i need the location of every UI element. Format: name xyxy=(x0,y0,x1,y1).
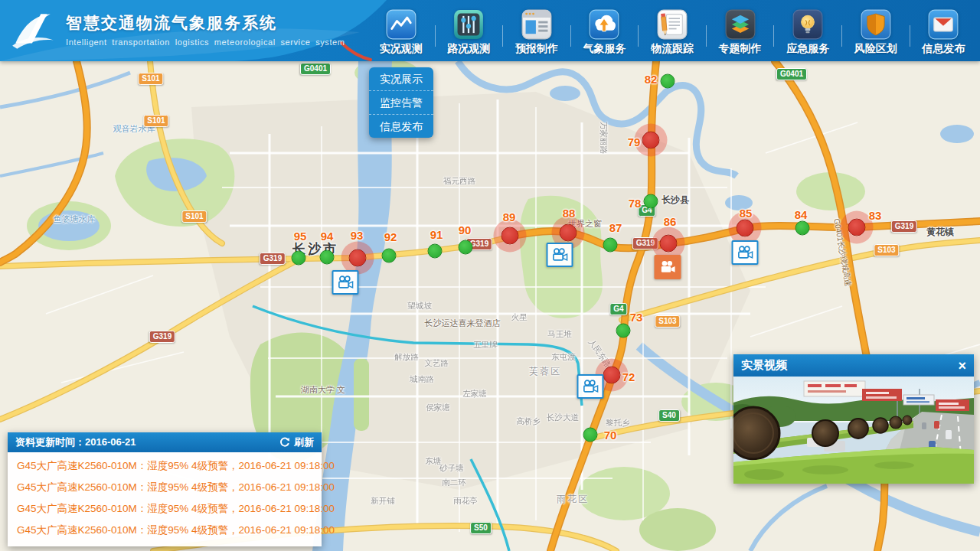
app: 长沙市长沙县黄花镇观音岩水库鱼婆塘水库湖南大学 文长沙运达喜来登酒店世界之窗芙蓉… xyxy=(0,0,980,551)
nav-item-label: 风险区划 xyxy=(854,42,897,56)
map-label: 五里牌 xyxy=(473,340,498,350)
alert-list: G45大广高速K2560-010M：湿度95% 4级预警，2016-06-21 … xyxy=(8,452,322,546)
shield-icon xyxy=(861,9,891,40)
map-label: 文艺路 xyxy=(424,358,449,369)
alert-panel-title: 资料更新时间：2016-06-21 xyxy=(15,435,136,449)
map-label: 雨花区 xyxy=(557,493,589,506)
map-label: 雨花亭 xyxy=(453,496,478,507)
station-marker-93[interactable] xyxy=(349,249,367,267)
brand-logo-icon xyxy=(9,8,57,51)
station-number-73: 73 xyxy=(630,311,643,324)
highway-photo xyxy=(733,377,974,484)
dropdown-item-1[interactable]: 实况展示 xyxy=(369,67,433,90)
station-number-95: 95 xyxy=(294,230,307,243)
station-number-93: 93 xyxy=(351,229,364,242)
nav-item-1[interactable]: 实况观测 xyxy=(368,5,435,56)
nav-item-3[interactable]: 预报制作 xyxy=(503,5,570,56)
camera-icon-4[interactable] xyxy=(732,240,759,265)
road-badge-s101: S101 xyxy=(138,73,163,85)
station-marker-70[interactable] xyxy=(583,428,598,442)
map-label: 长沙县 xyxy=(662,194,689,207)
station-marker-90[interactable] xyxy=(459,240,473,255)
station-number-82: 82 xyxy=(645,73,658,86)
station-marker-86[interactable] xyxy=(660,235,678,253)
layers-icon xyxy=(725,9,756,40)
map-label: 左家塘 xyxy=(462,389,487,399)
station-marker-84[interactable] xyxy=(795,221,810,236)
station-number-70: 70 xyxy=(604,429,617,442)
nav-item-label: 气象服务 xyxy=(583,42,626,56)
alert-row-1[interactable]: G45大广高速K2560-010M：湿度95% 4级预警，2016-06-21 … xyxy=(8,455,322,477)
camera-icon-3[interactable] xyxy=(655,255,681,279)
station-marker-94[interactable] xyxy=(320,250,335,265)
station-marker-95[interactable] xyxy=(292,251,306,266)
map-label: 长沙运达喜来登酒店 xyxy=(425,318,501,329)
station-marker-85[interactable] xyxy=(737,220,754,237)
station-number-90: 90 xyxy=(459,223,472,236)
close-icon[interactable]: × xyxy=(958,359,966,373)
map-label: 黄花镇 xyxy=(926,226,954,239)
station-number-87: 87 xyxy=(609,221,622,234)
road-badge-g319: G319 xyxy=(149,331,175,343)
station-marker-87[interactable] xyxy=(603,238,618,253)
map-label: 砂子塘 xyxy=(439,463,464,474)
dropdown-item-2[interactable]: 监控告警 xyxy=(369,90,433,114)
cloud-upload-icon xyxy=(589,9,619,40)
road-badge-s103: S103 xyxy=(655,315,680,328)
nav-item-label: 应急服务 xyxy=(786,42,829,56)
station-number-91: 91 xyxy=(430,228,443,241)
station-marker-72[interactable] xyxy=(603,367,621,384)
station-number-94: 94 xyxy=(321,230,334,243)
alert-row-4[interactable]: G45大广高速K2560-010M：湿度95% 4级预警，2016-06-21 … xyxy=(8,520,322,541)
notepad-pencil-icon xyxy=(657,9,688,40)
station-marker-79[interactable] xyxy=(642,132,660,149)
dropdown-item-3[interactable]: 信息发布 xyxy=(369,114,433,138)
nav-item-4[interactable]: 气象服务 xyxy=(571,5,639,56)
station-marker-88[interactable] xyxy=(560,224,577,242)
alert-row-3[interactable]: G45大广高速K2560-010M：湿度95% 4级预警，2016-06-21 … xyxy=(8,498,322,520)
nav-item-label: 专题制作 xyxy=(719,42,762,56)
road-badge-s103: S103 xyxy=(874,244,899,256)
video-panel: 实景视频 × xyxy=(733,354,974,484)
station-marker-91[interactable] xyxy=(428,244,443,259)
nav-item-label: 信息发布 xyxy=(922,42,965,56)
nav-item-label: 预报制作 xyxy=(515,42,558,56)
refresh-button[interactable]: 刷新 xyxy=(279,435,314,449)
camera-icon-1[interactable] xyxy=(332,270,359,295)
station-number-86: 86 xyxy=(664,215,677,228)
sliders-icon xyxy=(453,9,484,40)
main-nav: 实况观测路况观测预报制作气象服务物流跟踪专题制作应急服务风险区划信息发布 xyxy=(368,0,977,61)
road-badge-g319: G319 xyxy=(632,237,658,249)
map-label: 高桥乡 xyxy=(516,416,541,427)
nav-item-5[interactable]: 物流跟踪 xyxy=(639,5,706,56)
nav-item-label: 实况观测 xyxy=(380,42,423,56)
nav-item-label: 路况观测 xyxy=(447,42,490,56)
road-badge-g319: G319 xyxy=(260,253,286,265)
road-badge-g319: G319 xyxy=(891,220,917,233)
station-marker-82[interactable] xyxy=(661,74,675,89)
station-marker-73[interactable] xyxy=(616,324,631,338)
map-label: 鱼婆塘水库 xyxy=(54,214,96,225)
live-observation-dropdown: 实况展示监控告警信息发布 xyxy=(369,67,433,138)
station-number-78: 78 xyxy=(629,197,642,210)
station-marker-78[interactable] xyxy=(644,194,658,209)
station-marker-89[interactable] xyxy=(501,227,519,245)
refresh-label: 刷新 xyxy=(294,435,314,449)
nav-item-9[interactable]: 信息发布 xyxy=(910,5,978,56)
nav-item-6[interactable]: 专题制作 xyxy=(707,5,774,56)
station-number-79: 79 xyxy=(628,135,641,148)
nav-item-2[interactable]: 路况观测 xyxy=(436,5,503,56)
map-label: 新开铺 xyxy=(371,496,395,507)
station-marker-92[interactable] xyxy=(382,249,397,263)
camera-icon-2[interactable] xyxy=(547,243,573,267)
station-marker-83[interactable] xyxy=(848,219,866,236)
station-number-84: 84 xyxy=(795,208,808,221)
camera-icon-5[interactable] xyxy=(577,374,604,399)
alert-row-2[interactable]: G45大广高速K2560-010M：湿度95% 4级预警，2016-06-21 … xyxy=(8,477,322,498)
nav-item-7[interactable]: 应急服务 xyxy=(774,5,841,56)
page-subtitle: Intelligent transportation logistics met… xyxy=(66,37,345,47)
alert-panel: 资料更新时间：2016-06-21 刷新 G45大广高速K2560-010M：湿… xyxy=(8,432,322,546)
map-label: 芙蓉区 xyxy=(529,365,561,378)
nav-item-8[interactable]: 风险区划 xyxy=(842,5,910,56)
map-label: 福元西路 xyxy=(443,176,475,187)
